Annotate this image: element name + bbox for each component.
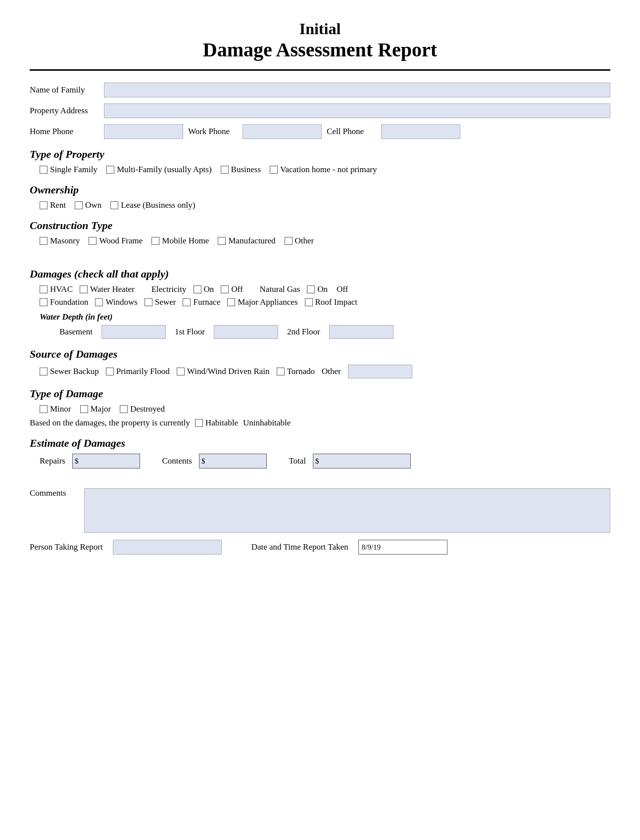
comments-textarea[interactable] — [84, 488, 610, 533]
checkbox-primarily-flood[interactable]: Primarily Flood — [106, 367, 170, 376]
checkbox-rent-box[interactable] — [40, 201, 48, 209]
checkbox-hvac[interactable]: HVAC — [40, 284, 73, 294]
checkbox-major-appliances[interactable]: Major Appliances — [227, 297, 297, 307]
checkbox-single-family-box[interactable] — [40, 166, 48, 174]
checkbox-electricity-off-box[interactable] — [221, 285, 229, 293]
checkbox-wood-frame-box[interactable] — [89, 237, 97, 245]
damages-row2: Foundation Windows Sewer Furnace Major A… — [30, 297, 610, 307]
label-uninhabitable: Uninhabitable — [243, 418, 291, 428]
checkbox-foundation[interactable]: Foundation — [40, 297, 88, 307]
checkbox-minor-box[interactable] — [40, 405, 48, 413]
checkbox-business[interactable]: Business — [221, 165, 261, 175]
checkbox-windows-box[interactable] — [95, 298, 103, 306]
checkbox-multi-family[interactable]: Multi-Family (usually Apts) — [106, 165, 212, 175]
checkbox-major-appliances-box[interactable] — [227, 298, 235, 306]
checkbox-vacation-home-box[interactable] — [270, 166, 278, 174]
damages-row1: HVAC Water Heater Electricity On Off Nat… — [30, 284, 610, 294]
checkbox-sewer-backup[interactable]: Sewer Backup — [40, 367, 99, 376]
checkbox-wood-frame[interactable]: Wood Frame — [89, 236, 143, 246]
label-natural-gas-on: On — [317, 284, 328, 294]
basement-depth-input[interactable] — [101, 325, 166, 339]
repairs-prefix: $ — [75, 457, 79, 466]
checkbox-windows[interactable]: Windows — [95, 297, 137, 307]
checkbox-electricity-on[interactable]: On — [194, 284, 214, 294]
checkbox-wind[interactable]: Wind/Wind Driven Rain — [177, 367, 270, 376]
checkbox-manufactured-box[interactable] — [218, 237, 226, 245]
checkbox-lease[interactable]: Lease (Business only) — [110, 200, 195, 210]
checkbox-sewer-backup-box[interactable] — [40, 368, 48, 375]
first-floor-label: 1st Floor — [175, 327, 205, 337]
checkbox-electricity-off[interactable]: Off — [221, 284, 243, 294]
second-floor-depth-input[interactable] — [329, 325, 394, 339]
checkbox-hvac-box[interactable] — [40, 285, 48, 293]
other-source-input[interactable] — [348, 365, 412, 378]
checkbox-habitable[interactable]: Habitable — [195, 418, 238, 428]
second-floor-label: 2nd Floor — [287, 327, 320, 337]
checkbox-major[interactable]: Major — [80, 404, 111, 414]
basement-label: Basement — [59, 327, 93, 337]
checkbox-sewer[interactable]: Sewer — [145, 297, 176, 307]
checkbox-own[interactable]: Own — [75, 200, 101, 210]
checkbox-vacation-home[interactable]: Vacation home - not primary — [270, 165, 377, 175]
label-manufactured: Manufactured — [228, 236, 275, 246]
checkbox-multi-family-box[interactable] — [106, 166, 114, 174]
contents-label: Contents — [162, 456, 192, 466]
checkbox-own-box[interactable] — [75, 201, 83, 209]
cell-phone-label: Cell Phone — [327, 127, 376, 137]
checkbox-single-family[interactable]: Single Family — [40, 165, 98, 175]
checkbox-roof-impact-box[interactable] — [305, 298, 313, 306]
checkbox-tornado-box[interactable] — [277, 368, 285, 375]
checkbox-destroyed-box[interactable] — [120, 405, 128, 413]
home-phone-input[interactable] — [104, 124, 183, 139]
checkbox-major-box[interactable] — [80, 405, 88, 413]
person-taking-report-input[interactable] — [113, 540, 222, 555]
checkbox-mobile-home[interactable]: Mobile Home — [151, 236, 209, 246]
label-destroyed: Destroyed — [130, 404, 165, 414]
cell-phone-input[interactable] — [381, 124, 460, 139]
natural-gas-label: Natural Gas — [260, 284, 300, 294]
checkbox-habitable-box[interactable] — [195, 419, 203, 427]
checkbox-minor[interactable]: Minor — [40, 404, 71, 414]
checkbox-rent[interactable]: Rent — [40, 200, 66, 210]
checkbox-natural-gas-on-box[interactable] — [307, 285, 315, 293]
ownership-row: Rent Own Lease (Business only) — [30, 200, 610, 210]
checkbox-roof-impact[interactable]: Roof Impact — [305, 297, 357, 307]
checkbox-natural-gas-on[interactable]: On — [307, 284, 328, 294]
checkbox-manufactured[interactable]: Manufactured — [218, 236, 275, 246]
comments-label: Comments — [30, 488, 79, 498]
label-habitable: Habitable — [205, 418, 238, 428]
checkbox-business-box[interactable] — [221, 166, 229, 174]
label-lease: Lease (Business only) — [121, 200, 195, 210]
contents-input[interactable] — [205, 455, 264, 467]
checkbox-destroyed[interactable]: Destroyed — [120, 404, 165, 414]
checkbox-wind-box[interactable] — [177, 368, 185, 375]
checkbox-masonry-box[interactable] — [40, 237, 48, 245]
first-floor-depth-input[interactable] — [214, 325, 278, 339]
checkbox-sewer-box[interactable] — [145, 298, 152, 306]
checkbox-water-heater-box[interactable] — [80, 285, 88, 293]
repairs-input[interactable] — [78, 455, 138, 467]
checkbox-electricity-on-box[interactable] — [194, 285, 201, 293]
checkbox-furnace-box[interactable] — [183, 298, 191, 306]
type-of-damage-heading: Type of Damage — [30, 387, 610, 400]
checkbox-other-construction-box[interactable] — [285, 237, 293, 245]
property-address-input[interactable] — [104, 103, 610, 118]
work-phone-input[interactable] — [243, 124, 322, 139]
checkbox-lease-box[interactable] — [110, 201, 118, 209]
construction-type-row: Masonry Wood Frame Mobile Home Manufactu… — [30, 236, 610, 246]
checkbox-primarily-flood-box[interactable] — [106, 368, 114, 375]
total-input[interactable] — [319, 455, 408, 467]
checkbox-other-construction[interactable]: Other — [285, 236, 314, 246]
label-other-construction: Other — [295, 236, 314, 246]
checkbox-water-heater[interactable]: Water Heater — [80, 284, 135, 294]
checkbox-tornado[interactable]: Tornado — [277, 367, 315, 376]
name-of-family-input[interactable] — [104, 83, 610, 97]
footer-row: Person Taking Report Date and Time Repor… — [30, 540, 610, 555]
total-prefix: $ — [315, 457, 319, 466]
checkbox-mobile-home-box[interactable] — [151, 237, 159, 245]
checkbox-foundation-box[interactable] — [40, 298, 48, 306]
label-tornado: Tornado — [287, 367, 315, 376]
label-wind: Wind/Wind Driven Rain — [187, 367, 270, 376]
checkbox-furnace[interactable]: Furnace — [183, 297, 220, 307]
checkbox-masonry[interactable]: Masonry — [40, 236, 80, 246]
